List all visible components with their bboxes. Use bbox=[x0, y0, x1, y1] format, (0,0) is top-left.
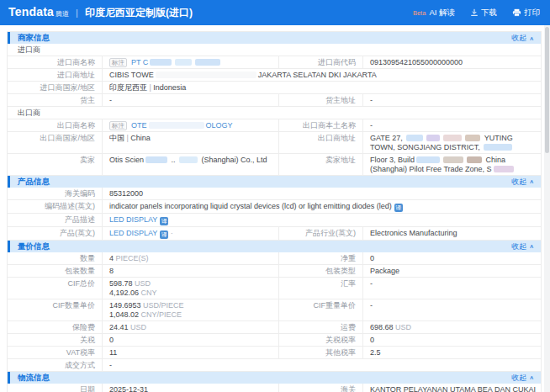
link-text[interactable]: OTE bbox=[131, 121, 147, 130]
print-button[interactable]: 打印 bbox=[512, 8, 540, 19]
field-label: 出口商国家/地区 bbox=[8, 132, 102, 153]
value-text: - bbox=[109, 96, 112, 104]
table-row: 货主-货主地址- bbox=[8, 94, 541, 107]
value-text: USD bbox=[129, 323, 147, 331]
field-value: GATE 27, YUTING TOWN, SONGJIANG DISTRICT… bbox=[362, 132, 541, 153]
redacted-text bbox=[465, 135, 480, 141]
table-row: 产品描述LED DISPLAY译 bbox=[8, 214, 541, 227]
value-text: KANTOR PELAYANAN UTAMA BEA DAN CUKAI TIP… bbox=[370, 385, 536, 392]
annotate-badge: 标注 bbox=[109, 58, 127, 67]
field-value: 2.5 bbox=[362, 347, 541, 358]
value-text: 149.6953 bbox=[109, 301, 141, 310]
page-title: 印度尼西亚定制版(进口) bbox=[85, 6, 193, 20]
collapse-button[interactable]: 收起∧ bbox=[511, 373, 534, 384]
field-value: 标注OTEOLOGY bbox=[102, 119, 278, 131]
value-text: 4,192.06 bbox=[109, 289, 139, 297]
redacted-text bbox=[416, 156, 440, 163]
link-text[interactable]: PT C bbox=[131, 58, 148, 66]
field-label: 货主地址 bbox=[278, 94, 362, 106]
ai-interpret-button[interactable]: Beta AI 解读 bbox=[413, 8, 455, 19]
field-value: - bbox=[102, 359, 541, 371]
collapse-button[interactable]: 收起∧ bbox=[511, 241, 534, 252]
value-text: USD bbox=[133, 279, 151, 288]
field-label: 进口商代码 bbox=[278, 56, 362, 68]
beta-badge: Beta bbox=[413, 9, 426, 17]
field-label: 产品描述 bbox=[8, 214, 102, 226]
value-text: CNY/PIECE bbox=[139, 310, 182, 319]
header-branding: Tendata 腾道 | 印度尼西亚定制版(进口) bbox=[8, 5, 193, 20]
field-label: 出口商名称 bbox=[8, 119, 102, 131]
field-label: 进口商地址 bbox=[8, 69, 102, 81]
value-text: Package bbox=[370, 267, 399, 275]
field-value: - bbox=[362, 278, 541, 299]
field-label: 产品行业(英文) bbox=[278, 227, 362, 240]
link-text[interactable]: LED DISPLAY bbox=[109, 229, 157, 237]
download-icon bbox=[470, 8, 479, 17]
value-text: USD/PIECE bbox=[141, 301, 184, 310]
field-value: - bbox=[362, 119, 541, 131]
field-label: 出口商本土名称 bbox=[278, 119, 362, 131]
value-text: Otis Scien bbox=[109, 156, 144, 164]
table-row: CIF数量单价149.6953 USD/PIECE1,048.02 CNY/PI… bbox=[8, 299, 541, 321]
record-detail-table: 商家信息收起∧进口商进口商名称标注PT C进口商代码09130954210550… bbox=[7, 31, 542, 392]
field-value: - bbox=[362, 94, 541, 106]
field-value: 698.68 USD bbox=[362, 321, 541, 333]
scrollbar[interactable] bbox=[544, 25, 550, 392]
link-text[interactable]: OLOGY bbox=[206, 121, 233, 130]
field-label: CIF重量单价 bbox=[278, 299, 362, 320]
value-text: · bbox=[168, 229, 173, 237]
download-button[interactable]: 下载 bbox=[470, 8, 497, 19]
field-label: 包装数量 bbox=[8, 265, 102, 277]
value-text: 85312000 bbox=[109, 189, 143, 198]
print-label: 打印 bbox=[524, 8, 540, 19]
value-text: CNY bbox=[139, 289, 157, 297]
tendata-logo: Tendata bbox=[8, 5, 54, 19]
value-text: 0 bbox=[370, 254, 374, 262]
field-value: 2025-12-31 bbox=[102, 384, 278, 392]
redacted-text bbox=[175, 59, 192, 66]
header-divider: | bbox=[76, 8, 78, 18]
field-label: CIF数量单价 bbox=[8, 299, 102, 320]
value-text: 2025-12-31 bbox=[109, 385, 148, 392]
redacted-text bbox=[195, 59, 220, 66]
table-row: 出口商 bbox=[8, 107, 541, 119]
collapse-button[interactable]: 收起∧ bbox=[511, 177, 534, 188]
value-text: JAKARTA SELATAN DKI JAKARTA bbox=[258, 71, 377, 79]
value-text: Indonesia bbox=[153, 83, 186, 92]
redacted-text bbox=[145, 156, 167, 163]
section-title: 商家信息 bbox=[10, 33, 50, 44]
field-value: 印度尼西亚 | Indonesia bbox=[102, 82, 541, 93]
collapse-button[interactable]: 收起∧ bbox=[511, 33, 534, 44]
value-text: - bbox=[370, 96, 373, 104]
field-label: 卖家 bbox=[8, 154, 102, 175]
link-text[interactable]: LED DISPLAY bbox=[109, 215, 157, 224]
field-label: 日期 bbox=[8, 384, 102, 392]
scrollbar-thumb[interactable] bbox=[545, 27, 549, 153]
app-header: Tendata 腾道 | 印度尼西亚定制版(进口) Beta AI 解读 下载 … bbox=[0, 0, 550, 25]
value-text: USD bbox=[394, 323, 412, 331]
field-value: 85312000 bbox=[102, 188, 541, 199]
field-label: 净重 bbox=[278, 252, 362, 264]
translate-icon[interactable]: 译 bbox=[160, 217, 168, 225]
value-text: 598.78 bbox=[109, 279, 133, 288]
field-label: 货主 bbox=[8, 94, 102, 106]
table-row: 出口商国家/地区中国 | China出口商地址GATE 27, YUTING T… bbox=[8, 132, 541, 154]
value-text: (Shanghai) Co., Ltd bbox=[199, 156, 267, 164]
table-row: 关税0关税税率0 bbox=[8, 334, 541, 347]
field-value: 0 bbox=[102, 334, 278, 346]
table-row: 进口商国家/地区印度尼西亚 | Indonesia bbox=[8, 82, 541, 94]
section-title: 物流信息 bbox=[10, 373, 50, 384]
field-value: Floor 3, Build China (Shanghai) Pilot Fr… bbox=[362, 154, 541, 175]
section-title: 量价信息 bbox=[10, 241, 50, 252]
field-label: 卖家地址 bbox=[278, 154, 362, 175]
table-row: 保险费24.41 USD运费698.68 USD bbox=[8, 321, 541, 334]
redacted-text bbox=[426, 135, 440, 141]
field-label: 汇率 bbox=[278, 278, 362, 299]
redacted-text bbox=[467, 156, 482, 163]
translate-icon[interactable]: 译 bbox=[394, 204, 403, 212]
value-text: - bbox=[370, 121, 373, 130]
redacted-text bbox=[156, 72, 256, 78]
field-value: 0 bbox=[362, 334, 541, 346]
translate-icon[interactable]: 译 bbox=[160, 230, 168, 239]
field-label: 出口商地址 bbox=[278, 132, 362, 153]
